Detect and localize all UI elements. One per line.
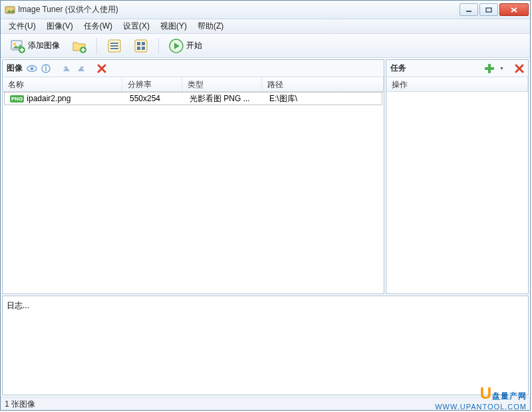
- titlebar[interactable]: Image Tuner (仅供个人使用): [1, 1, 530, 19]
- svg-rect-14: [135, 40, 147, 52]
- col-operation[interactable]: 操作: [386, 77, 528, 91]
- svg-point-7: [13, 43, 16, 45]
- cell-resolution: 550x254: [124, 93, 184, 104]
- image-add-icon: [11, 39, 25, 53]
- svg-point-21: [31, 67, 34, 70]
- tasks-columns: 操作: [386, 77, 528, 92]
- cell-filename: ipadair2.png: [27, 94, 70, 103]
- log-label: 日志...: [7, 301, 29, 310]
- grid-view-icon: [134, 39, 148, 53]
- add-folder-button[interactable]: [67, 37, 91, 55]
- folder-add-icon: [72, 39, 86, 53]
- info-icon[interactable]: i: [41, 64, 51, 73]
- col-resolution[interactable]: 分辨率: [122, 77, 182, 91]
- menu-view[interactable]: 视图(Y): [155, 19, 192, 33]
- col-path[interactable]: 路径: [262, 77, 384, 91]
- delete-image-icon[interactable]: [97, 64, 106, 73]
- menubar: 文件(U) 图像(V) 任务(W) 设置(X) 视图(Y) 帮助(Z): [1, 19, 530, 34]
- delete-task-icon[interactable]: [515, 64, 524, 73]
- col-name[interactable]: 名称: [3, 77, 122, 91]
- images-pane: 图像 i 名称 分辨率 类型 路径: [2, 59, 384, 294]
- tasks-pane: 任务 ▼ 操作: [386, 59, 529, 294]
- cell-type: 光影看图 PNG ...: [184, 92, 264, 106]
- rotate-left-icon[interactable]: [61, 64, 72, 73]
- statusbar: 1 张图像: [1, 397, 530, 410]
- start-button[interactable]: 开始: [164, 37, 207, 55]
- table-row[interactable]: PNG ipadair2.png 550x254 光影看图 PNG ... E:…: [4, 92, 382, 105]
- menu-image[interactable]: 图像(V): [41, 19, 78, 33]
- col-type[interactable]: 类型: [182, 77, 262, 91]
- view-grid-button[interactable]: [129, 37, 153, 55]
- svg-rect-15: [137, 42, 140, 45]
- menu-file[interactable]: 文件(U): [3, 19, 41, 33]
- menu-help[interactable]: 帮助(Z): [192, 19, 229, 33]
- images-pane-header: 图像 i: [3, 60, 384, 77]
- window-title: Image Tuner (仅供个人使用): [18, 4, 458, 15]
- add-task-button[interactable]: [484, 63, 495, 74]
- content-area: 图像 i 名称 分辨率 类型 路径: [1, 58, 530, 397]
- svg-rect-3: [486, 8, 491, 12]
- log-pane[interactable]: 日志...: [2, 296, 529, 395]
- tasks-pane-title: 任务: [390, 63, 406, 74]
- svg-rect-17: [137, 47, 140, 50]
- minimize-button[interactable]: [460, 3, 478, 16]
- maximize-button[interactable]: [479, 3, 498, 16]
- menu-settings[interactable]: 设置(X): [118, 19, 155, 33]
- images-list[interactable]: PNG ipadair2.png 550x254 光影看图 PNG ... E:…: [3, 92, 384, 294]
- toolbar-separator: [158, 38, 159, 54]
- app-icon: [5, 5, 15, 15]
- svg-rect-18: [142, 47, 145, 50]
- cell-path: E:\图库\: [264, 92, 382, 106]
- svg-point-1: [7, 8, 9, 10]
- add-image-label: 添加图像: [28, 40, 60, 51]
- tasks-pane-header: 任务 ▼: [386, 60, 528, 77]
- svg-text:i: i: [45, 64, 47, 73]
- view-list-button[interactable]: [102, 37, 126, 55]
- toolbar-separator: [96, 38, 97, 54]
- tasks-list[interactable]: [386, 92, 528, 294]
- add-task-dropdown-icon[interactable]: ▼: [499, 66, 504, 71]
- play-icon: [169, 39, 184, 53]
- start-label: 开始: [186, 40, 202, 51]
- app-window: Image Tuner (仅供个人使用) 文件(U) 图像(V) 任务(W) 设…: [0, 0, 531, 411]
- toolbar: 添加图像 开始: [1, 34, 530, 58]
- add-image-button[interactable]: 添加图像: [6, 37, 65, 55]
- list-view-icon: [107, 39, 122, 53]
- menu-task[interactable]: 任务(W): [78, 19, 118, 33]
- preview-icon[interactable]: [27, 64, 37, 73]
- images-columns: 名称 分辨率 类型 路径: [3, 77, 384, 92]
- svg-rect-27: [485, 67, 494, 70]
- status-text: 1 张图像: [5, 399, 35, 409]
- png-badge-icon: PNG: [10, 95, 24, 103]
- svg-rect-16: [142, 42, 145, 45]
- rotate-right-icon[interactable]: [76, 64, 86, 73]
- images-pane-title: 图像: [7, 63, 23, 74]
- close-button[interactable]: [499, 3, 529, 16]
